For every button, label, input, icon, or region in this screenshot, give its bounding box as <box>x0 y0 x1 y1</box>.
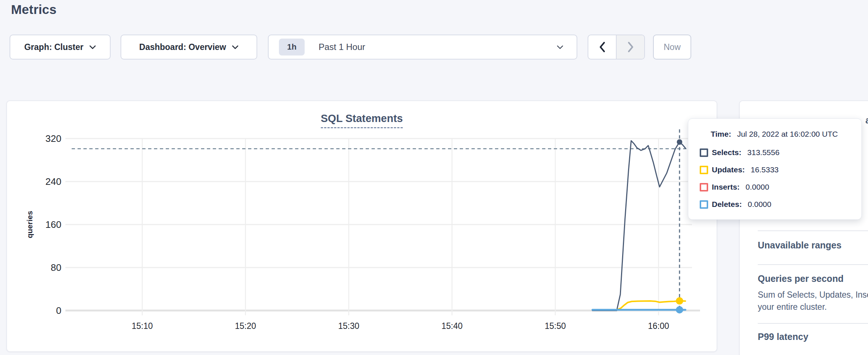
chart-title[interactable]: SQL Statements <box>321 112 403 128</box>
sidebar-divider <box>758 264 868 265</box>
graph-dropdown[interactable]: Graph: Cluster <box>10 35 111 60</box>
sql-statements-card <box>6 100 717 352</box>
graph-dropdown-label: Graph: Cluster <box>24 42 83 52</box>
tooltip-updates-row: Updates: 16.5333 <box>700 165 779 174</box>
tooltip-updates-value: 16.5333 <box>751 165 779 174</box>
deletes-color-swatch <box>700 200 708 209</box>
chevron-right-icon <box>628 42 634 53</box>
sidebar-heading-unavailable-ranges: Unavailable ranges <box>758 240 842 251</box>
dashboard-dropdown-label: Dashboard: Overview <box>139 42 226 52</box>
time-window-select[interactable]: 1h Past 1 Hour <box>268 35 577 60</box>
chart-title-wrap: SQL Statements <box>6 112 717 128</box>
tooltip-time-row: Time: Jul 28, 2022 at 16:02:00 UTC <box>711 130 838 139</box>
sidebar-divider <box>758 323 868 324</box>
selects-color-swatch <box>700 148 708 157</box>
chevron-down-icon <box>557 45 563 49</box>
time-prev-button[interactable] <box>588 35 616 59</box>
tooltip-selects-value: 313.5556 <box>747 148 780 157</box>
tooltip-deletes-row: Deletes: 0.0000 <box>700 200 771 209</box>
time-window-badge: 1h <box>279 39 305 55</box>
now-button-label: Now <box>664 42 681 52</box>
sidebar-body-line: your entire cluster. <box>758 302 827 312</box>
updates-color-swatch <box>700 166 708 174</box>
tooltip-updates-label: Updates: <box>712 165 745 174</box>
tooltip-inserts-label: Inserts: <box>712 183 740 191</box>
chevron-down-icon <box>89 45 96 49</box>
clipped-text-fragment: a <box>865 115 868 126</box>
page-title: Metrics <box>11 2 57 17</box>
time-window-label: Past 1 Hour <box>319 42 551 52</box>
chevron-left-icon <box>599 42 605 53</box>
tooltip-time-label: Time: <box>711 130 731 139</box>
time-next-button[interactable] <box>616 35 644 59</box>
chart-tooltip: Time: Jul 28, 2022 at 16:02:00 UTC Selec… <box>688 118 862 220</box>
sidebar-body-line: Sum of Selects, Updates, Inser <box>758 290 868 300</box>
tooltip-time-value: Jul 28, 2022 at 16:02:00 UTC <box>737 130 838 139</box>
tooltip-deletes-label: Deletes: <box>712 200 742 209</box>
tooltip-inserts-value: 0.0000 <box>746 183 769 191</box>
tooltip-selects-label: Selects: <box>712 148 742 157</box>
inserts-color-swatch <box>700 183 708 191</box>
tooltip-selects-row: Selects: 313.5556 <box>700 148 779 157</box>
tooltip-inserts-row: Inserts: 0.0000 <box>700 183 769 191</box>
tooltip-deletes-value: 0.0000 <box>748 200 771 209</box>
sidebar-heading-queries-per-second: Queries per second <box>758 273 843 284</box>
time-pager <box>588 35 645 60</box>
sidebar-divider <box>758 230 868 231</box>
now-button[interactable]: Now <box>653 35 691 60</box>
sidebar-heading-p99-latency: P99 latency <box>758 331 808 342</box>
dashboard-dropdown[interactable]: Dashboard: Overview <box>121 35 257 60</box>
chevron-down-icon <box>232 45 238 49</box>
